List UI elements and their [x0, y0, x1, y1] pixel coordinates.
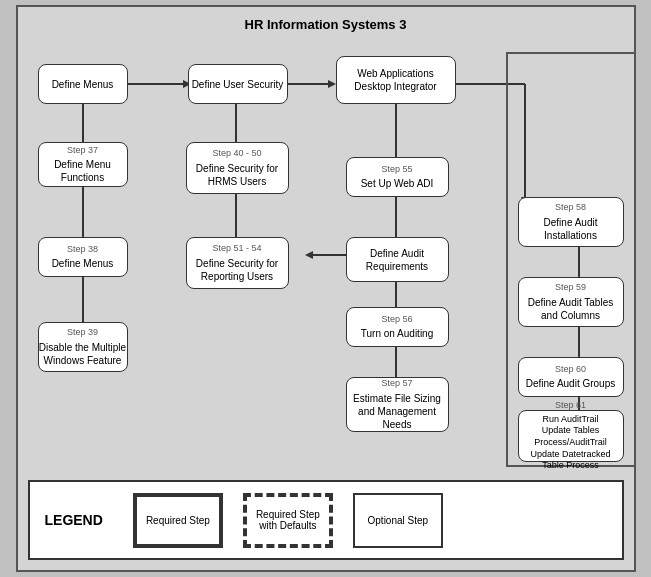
step60-box: Step 60 Define Audit Groups: [518, 357, 624, 397]
step55-box: Step 55 Set Up Web ADI: [346, 157, 449, 197]
define-audit-req-box: Define Audit Requirements: [346, 237, 449, 282]
step38-box: Step 38 Define Menus: [38, 237, 128, 277]
legend-area: LEGEND Required Step Required Step with …: [28, 480, 624, 560]
step51-box: Step 51 - 54 Define Security for Reporti…: [186, 237, 289, 289]
step61-box: Step 61 Run AuditTrail Update Tables Pro…: [518, 410, 624, 462]
main-container: HR Information Systems 3: [16, 5, 636, 572]
define-user-security-box: Define User Security: [188, 64, 288, 104]
diagram-area: Define Menus Define User Security Web Ap…: [28, 42, 624, 472]
web-applications-box: Web Applications Desktop Integrator: [336, 56, 456, 104]
step56-box: Step 56 Turn on Auditing: [346, 307, 449, 347]
svg-marker-22: [305, 251, 313, 259]
step57-box: Step 57 Estimate File Sizing and Managem…: [346, 377, 449, 432]
step40-box: Step 40 - 50 Define Security for HRMS Us…: [186, 142, 289, 194]
legend-required-step: Required Step: [133, 493, 223, 548]
legend-optional-step: Optional Step: [353, 493, 443, 548]
step37-box: Step 37 Define Menu Functions: [38, 142, 128, 187]
step59-box: Step 59 Define Audit Tables and Columns: [518, 277, 624, 327]
legend-required-defaults: Required Step with Defaults: [243, 493, 333, 548]
svg-marker-3: [328, 80, 336, 88]
diagram-title: HR Information Systems 3: [28, 17, 624, 32]
step39-box: Step 39 Disable the Multiple Windows Fea…: [38, 322, 128, 372]
step58-box: Step 58 Define Audit Installations: [518, 197, 624, 247]
define-menus-box: Define Menus: [38, 64, 128, 104]
legend-title: LEGEND: [45, 512, 103, 528]
